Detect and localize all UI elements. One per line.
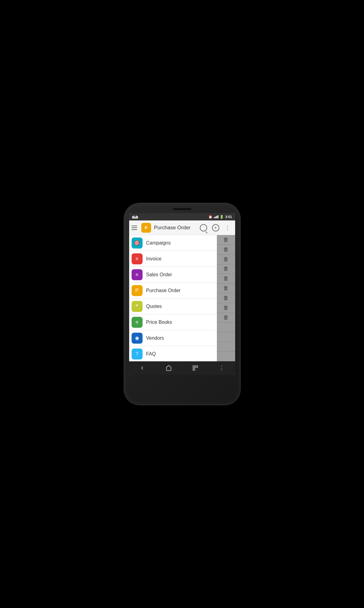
faq-icon: ? <box>132 349 143 359</box>
invoice-label: Invoice <box>146 256 162 262</box>
trash-slot-vendors: 🗑 <box>217 293 235 303</box>
list-item-faq[interactable]: ?FAQ <box>129 346 217 361</box>
list-item-salesorder[interactable]: ≡Sales Order <box>129 267 217 283</box>
invoice-icon: ≡ <box>132 253 143 264</box>
svg-rect-0 <box>193 366 195 368</box>
more-button[interactable]: ⋮ <box>223 223 233 233</box>
trash-icon-quotes[interactable]: 🗑 <box>223 275 229 282</box>
list-container: 🎯Campaigns≡Invoice≡Sales OrderPPurchase … <box>129 235 235 361</box>
trash-slot-quotes: 🗑 <box>217 274 235 284</box>
app-bar: P Purchase Order + ⋮ <box>129 220 235 235</box>
salesorder-icon: ≡ <box>132 269 143 280</box>
vendors-icon: ◉ <box>132 333 143 344</box>
back-button[interactable] <box>136 362 148 374</box>
status-right: ⏰ 🔋 3:51 <box>208 215 232 219</box>
trash-icon-purchaseorder[interactable]: 🗑 <box>223 266 229 272</box>
quotes-label: Quotes <box>146 304 162 309</box>
hamburger-line <box>132 226 137 226</box>
hamburger-button[interactable] <box>132 224 140 232</box>
phone-speaker <box>173 208 191 210</box>
trash-slot-faq: 🗑 <box>217 303 235 313</box>
campaigns-label: Campaigns <box>146 240 171 246</box>
add-button[interactable]: + <box>211 223 221 233</box>
status-left <box>132 215 138 219</box>
svg-rect-1 <box>196 366 198 368</box>
trash-column: 🗑🗑🗑🗑🗑🗑🗑🗑🗑 <box>217 235 235 361</box>
list-item-purchaseorder[interactable]: PPurchase Order <box>129 283 217 299</box>
menu-list: 🎯Campaigns≡Invoice≡Sales OrderPPurchase … <box>129 235 217 361</box>
purchaseorder-label: Purchase Order <box>146 288 181 293</box>
trash-slot-pricebooks: 🗑 <box>217 284 235 293</box>
vendors-label: Vendors <box>146 335 164 341</box>
trash-slot-orgs <box>217 332 235 342</box>
trash-icon-salesorder[interactable]: 🗑 <box>223 256 229 263</box>
search-button[interactable] <box>199 223 208 233</box>
nav-more-button[interactable]: ⋮ <box>216 362 228 374</box>
trash-slot-calendar: 🗑 <box>217 313 235 323</box>
list-item-invoice[interactable]: ≡Invoice <box>129 251 217 267</box>
svg-rect-2 <box>193 369 195 370</box>
phone-screen: ⏰ 🔋 3:51 P Purchase Order <box>129 213 235 375</box>
search-icon <box>200 224 207 231</box>
list-item-campaigns[interactable]: 🎯Campaigns <box>129 235 217 251</box>
app-icon-label: P <box>145 225 147 230</box>
hamburger-line <box>132 227 137 228</box>
trash-icon-faq[interactable]: 🗑 <box>223 305 229 311</box>
trash-slot-salesorder: 🗑 <box>217 255 235 264</box>
app-title: Purchase Order <box>154 225 199 231</box>
list-item-quotes[interactable]: ❝Quotes <box>129 299 217 314</box>
signal-icon <box>214 215 218 218</box>
add-icon: + <box>212 224 219 231</box>
bottom-nav: ⋮ <box>129 361 235 375</box>
phone-frame: ⏰ 🔋 3:51 P Purchase Order <box>124 203 240 405</box>
trash-icon-pricebooks[interactable]: 🗑 <box>223 285 229 291</box>
trash-slot-contacts <box>217 342 235 352</box>
recent-button[interactable] <box>189 362 201 374</box>
trash-slot-purchaseorder: 🗑 <box>217 264 235 274</box>
time-display: 3:51 <box>225 215 232 219</box>
list-item-pricebooks[interactable]: ≡Price Books <box>129 314 217 330</box>
battery-icon: 🔋 <box>220 215 224 219</box>
more-icon: ⋮ <box>225 224 231 231</box>
trash-slot-leads <box>217 323 235 332</box>
trash-icon-invoice[interactable]: 🗑 <box>223 246 229 253</box>
quotes-icon: ❝ <box>132 301 143 312</box>
trash-icon-calendar[interactable]: 🗑 <box>223 314 229 321</box>
barcode-icon <box>132 215 138 219</box>
pricebooks-icon: ≡ <box>132 317 143 328</box>
home-button[interactable] <box>163 362 175 374</box>
pricebooks-label: Price Books <box>146 320 172 325</box>
trash-slot-campaigns: 🗑 <box>217 235 235 245</box>
status-bar: ⏰ 🔋 3:51 <box>129 213 235 220</box>
campaigns-icon: 🎯 <box>132 238 143 249</box>
app-icon: P <box>141 223 151 233</box>
list-item-vendors[interactable]: ◉Vendors <box>129 330 217 346</box>
salesorder-label: Sales Order <box>146 272 172 277</box>
purchaseorder-icon: P <box>132 285 143 296</box>
app-bar-actions: + ⋮ <box>199 223 233 233</box>
trash-slot-invoice: 🗑 <box>217 245 235 255</box>
trash-icon-vendors[interactable]: 🗑 <box>223 295 229 301</box>
faq-label: FAQ <box>146 351 156 357</box>
trash-slot-opps <box>217 352 235 361</box>
alarm-icon: ⏰ <box>208 215 213 219</box>
trash-icon-campaigns[interactable]: 🗑 <box>223 237 229 243</box>
hamburger-line <box>132 229 137 230</box>
